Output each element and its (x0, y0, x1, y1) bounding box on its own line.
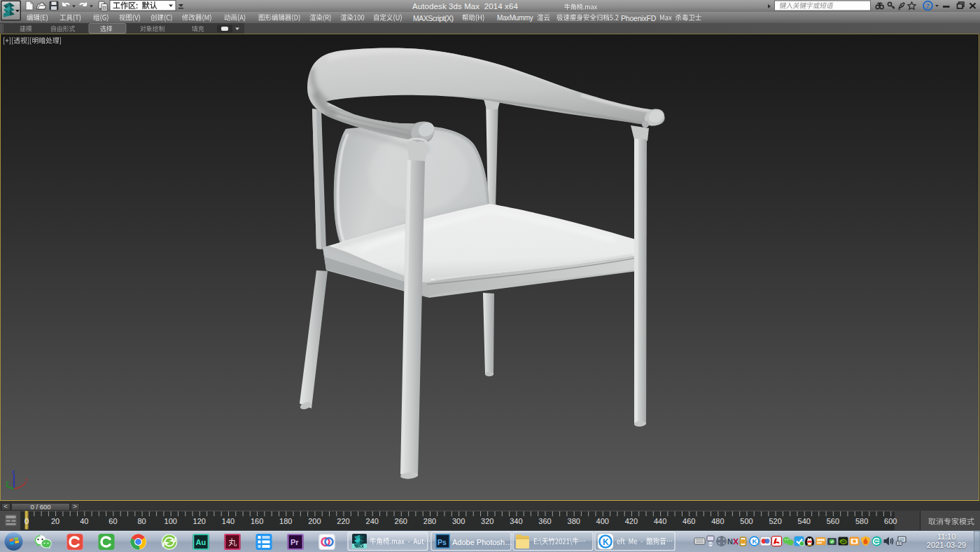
svg-text:460: 460 (682, 517, 695, 525)
svg-text:220: 220 (337, 517, 349, 525)
svg-text:20: 20 (51, 517, 59, 525)
svg-text:Ps: Ps (438, 538, 447, 546)
svg-text:Au: Au (196, 538, 206, 546)
svg-text:320: 320 (481, 517, 493, 525)
svg-text:340: 340 (510, 517, 522, 525)
svg-text:y: y (6, 479, 9, 485)
svg-text:560: 560 (827, 517, 839, 525)
svg-text:MAX: MAX (356, 544, 365, 548)
svg-text:Pr: Pr (290, 538, 299, 546)
svg-text:60: 60 (108, 517, 117, 525)
svg-text:120: 120 (193, 517, 206, 525)
svg-text:?: ? (926, 2, 930, 10)
svg-text:300: 300 (452, 517, 465, 525)
svg-text:180: 180 (279, 517, 292, 525)
svg-text:520: 520 (769, 517, 781, 525)
svg-text:360: 360 (538, 517, 551, 525)
svg-text:600: 600 (884, 517, 897, 525)
svg-text:400: 400 (596, 517, 609, 525)
svg-text:140: 140 (222, 517, 234, 525)
svg-text:420: 420 (625, 517, 638, 525)
svg-text:480: 480 (711, 517, 724, 525)
svg-text:440: 440 (654, 517, 666, 525)
svg-text:N: N (727, 537, 733, 546)
svg-text:K: K (603, 537, 609, 547)
svg-text:540: 540 (798, 517, 811, 525)
svg-text:380: 380 (568, 517, 580, 525)
svg-text:200: 200 (308, 517, 321, 525)
svg-text:K: K (752, 537, 757, 545)
svg-text:0: 0 (24, 517, 29, 525)
svg-text:Adobe Photosh…: Adobe Photosh… (452, 538, 512, 546)
svg-text:z: z (12, 469, 15, 475)
svg-text:160: 160 (251, 517, 263, 525)
svg-text:100: 100 (164, 517, 177, 525)
svg-text:80: 80 (137, 517, 146, 525)
svg-text:240: 240 (366, 517, 379, 525)
svg-text:40: 40 (80, 517, 88, 525)
svg-text:580: 580 (855, 517, 868, 525)
svg-text:500: 500 (740, 517, 752, 525)
svg-text:x: x (25, 476, 29, 483)
svg-text:260: 260 (395, 517, 407, 525)
svg-text:280: 280 (424, 517, 436, 525)
